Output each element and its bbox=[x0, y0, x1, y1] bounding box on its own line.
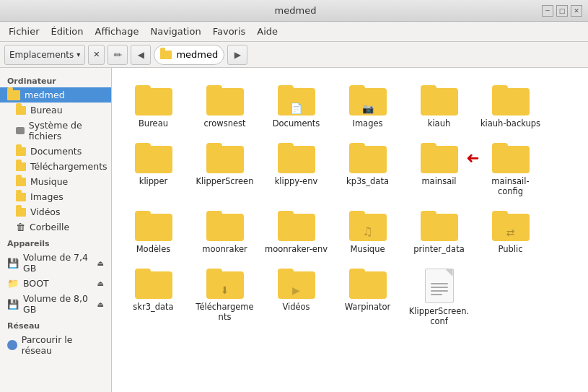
sidebar-item-images[interactable]: Images bbox=[0, 189, 111, 204]
sidebar-section-appareils: Appareils bbox=[0, 235, 111, 250]
pen-icon: ✏ bbox=[114, 49, 123, 61]
sidebar-item-documents[interactable]: Documents bbox=[0, 144, 111, 159]
sidebar-item-medmed[interactable]: medmed bbox=[0, 87, 111, 103]
menu-item-aide[interactable]: Aide bbox=[251, 23, 284, 40]
file-item-musique[interactable]: Musique bbox=[333, 205, 402, 260]
file-label-musique: Musique bbox=[350, 244, 385, 254]
file-label-klippy-env: klippy-env bbox=[275, 176, 318, 186]
file-item-kp3s-data[interactable]: kp3s_data bbox=[333, 137, 402, 202]
menu-item-édition[interactable]: Édition bbox=[45, 23, 89, 40]
file-item-klipperscreen-conf[interactable]: KlipperScreen.conf bbox=[405, 263, 473, 332]
file-item-telechargements[interactable]: Téléchargements bbox=[190, 263, 259, 332]
file-item-images[interactable]: Images bbox=[333, 79, 402, 134]
file-item-modeles[interactable]: Modèles bbox=[119, 205, 188, 260]
sidebar-section-reseau: Réseau bbox=[0, 317, 111, 332]
file-label-kiauh-backups: kiauh-backups bbox=[481, 118, 540, 129]
menu-item-favoris[interactable]: Favoris bbox=[207, 23, 252, 40]
sidebar-label-documents: Documents bbox=[30, 146, 82, 157]
folder-icon bbox=[16, 193, 26, 201]
sidebar-item-boot[interactable]: 📁 BOOT ⏏ bbox=[0, 276, 111, 291]
file-item-kiauh-backups[interactable]: kiauh-backups bbox=[476, 79, 545, 134]
file-item-crowsnest[interactable]: crowsnest bbox=[190, 79, 259, 134]
eject-icon[interactable]: ⏏ bbox=[97, 259, 104, 267]
sidebar-label-musique: Musique bbox=[30, 176, 68, 187]
file-label-images: Images bbox=[352, 118, 382, 129]
sidebar-item-network[interactable]: Parcourir le réseau bbox=[0, 332, 111, 358]
folder-icon-musique bbox=[349, 211, 387, 241]
sidebar-item-videos[interactable]: Vidéos bbox=[0, 204, 111, 219]
folder-icon-public bbox=[492, 211, 530, 241]
menu-item-fichier[interactable]: Fichier bbox=[3, 23, 45, 40]
file-item-documents[interactable]: Documents bbox=[262, 79, 330, 134]
window-controls[interactable]: ─ □ ✕ bbox=[542, 5, 582, 17]
close-icon: ✕ bbox=[93, 50, 100, 59]
eject-icon[interactable]: ⏏ bbox=[97, 279, 104, 287]
sidebar-label-vol74: Volume de 7,4 GB bbox=[23, 252, 97, 274]
close-panel-button[interactable]: ✕ bbox=[88, 45, 105, 65]
sidebar-item-corbeille[interactable]: 🗑 Corbeille bbox=[0, 219, 111, 235]
eject-icon[interactable]: ⏏ bbox=[97, 300, 104, 308]
file-label-mainsail: mainsail bbox=[421, 176, 456, 186]
file-item-skr3-data[interactable]: skr3_data bbox=[119, 263, 188, 332]
arrow-indicator: ➜ bbox=[466, 150, 479, 166]
file-item-kiauh[interactable]: kiauh bbox=[405, 79, 473, 134]
file-item-bureau[interactable]: Bureau bbox=[119, 79, 188, 134]
window-title: medmed bbox=[49, 5, 542, 16]
file-label-printer-data: printer_data bbox=[413, 244, 464, 254]
locations-button[interactable]: Emplacements ▾ bbox=[4, 45, 85, 65]
folder-icon bbox=[16, 147, 26, 156]
folder-icon-printer-data bbox=[421, 211, 458, 241]
sidebar-item-vol80[interactable]: 💾 Volume de 8,0 GB ⏏ bbox=[0, 291, 111, 317]
sidebar-item-musique[interactable]: Musique bbox=[0, 174, 111, 189]
file-item-mainsail[interactable]: ➜ mainsail bbox=[405, 137, 473, 202]
sidebar-label-vol80: Volume de 8,0 GB bbox=[23, 293, 97, 315]
folder-icon-skr3-data bbox=[135, 269, 172, 299]
sidebar-item-systeme[interactable]: Système de fichiers bbox=[0, 118, 111, 144]
trash-icon: 🗑 bbox=[16, 222, 25, 232]
file-item-videos[interactable]: Vidéos bbox=[262, 263, 330, 332]
maximize-button[interactable]: □ bbox=[556, 5, 568, 17]
edit-button[interactable]: ✏ bbox=[107, 45, 128, 65]
folder-icon-moonraker-env bbox=[278, 211, 315, 241]
file-item-klipperscreen[interactable]: KlipperScreen bbox=[190, 137, 259, 202]
minimize-button[interactable]: ─ bbox=[542, 5, 553, 17]
file-label-kiauh: kiauh bbox=[428, 118, 450, 129]
file-label-warpinator: Warpinator bbox=[345, 302, 391, 312]
file-item-warpinator[interactable]: Warpinator bbox=[333, 263, 402, 332]
locations-label: Emplacements bbox=[9, 50, 74, 60]
drive-icon: 💾 bbox=[7, 299, 19, 310]
file-label-klipper: klipper bbox=[139, 176, 167, 186]
file-item-printer-data[interactable]: printer_data bbox=[405, 205, 473, 260]
close-button[interactable]: ✕ bbox=[571, 5, 582, 17]
folder-icon-modeles bbox=[135, 211, 172, 241]
file-content-area: Bureau crowsnest Documents bbox=[112, 68, 588, 392]
folder-icon-klippy-env bbox=[278, 143, 315, 173]
file-item-moonraker[interactable]: moonraker bbox=[190, 205, 259, 260]
file-label-skr3-data: skr3_data bbox=[133, 302, 173, 312]
sidebar-item-telechargements[interactable]: Téléchargements bbox=[0, 159, 111, 174]
file-item-klipper[interactable]: klipper bbox=[119, 137, 188, 202]
folder-icon bbox=[16, 106, 26, 115]
file-label-documents: Documents bbox=[273, 118, 320, 129]
sidebar-item-bureau[interactable]: Bureau bbox=[0, 103, 111, 118]
sidebar-label-systeme: Système de fichiers bbox=[29, 120, 104, 141]
file-item-moonraker-env[interactable]: moonraker-env bbox=[262, 205, 330, 260]
folder-icon-kiauh bbox=[421, 85, 458, 116]
menu-item-navigation[interactable]: Navigation bbox=[145, 23, 207, 40]
back-button[interactable]: ◀ bbox=[131, 45, 151, 65]
forward-button[interactable]: ▶ bbox=[227, 45, 247, 65]
file-item-public[interactable]: Public bbox=[476, 205, 545, 260]
location-breadcrumb[interactable]: medmed bbox=[154, 45, 224, 65]
folder-icon-bureau bbox=[135, 85, 172, 116]
file-label-klipperscreen-conf: KlipperScreen.conf bbox=[408, 306, 470, 326]
sidebar-label-corbeille: Corbeille bbox=[30, 222, 69, 232]
folder-icon bbox=[16, 162, 26, 171]
menubar: FichierÉditionAffichageNavigationFavoris… bbox=[0, 22, 588, 42]
network-icon bbox=[7, 340, 17, 350]
folder-icon-klipperscreen bbox=[206, 143, 244, 173]
sidebar-item-vol74[interactable]: 💾 Volume de 7,4 GB ⏏ bbox=[0, 250, 111, 276]
sidebar-label-network: Parcourir le réseau bbox=[22, 334, 104, 356]
menu-item-affichage[interactable]: Affichage bbox=[89, 23, 144, 40]
file-item-mainsail-config[interactable]: mainsail-config bbox=[476, 137, 545, 202]
file-item-klippy-env[interactable]: klippy-env bbox=[262, 137, 330, 202]
